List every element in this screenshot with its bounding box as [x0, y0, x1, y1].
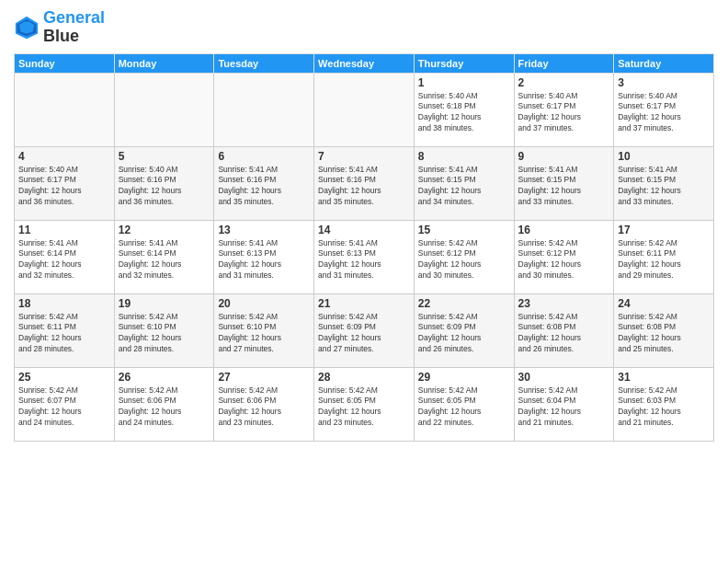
day-info: Sunrise: 5:42 AMSunset: 6:06 PMDaylight:…	[218, 385, 310, 430]
calendar-cell: 19Sunrise: 5:42 AMSunset: 6:10 PMDayligh…	[114, 293, 214, 367]
week-row-4: 18Sunrise: 5:42 AMSunset: 6:11 PMDayligh…	[15, 293, 714, 367]
day-number: 12	[119, 224, 210, 236]
day-info: Sunrise: 5:41 AMSunset: 6:15 PMDaylight:…	[618, 165, 710, 209]
calendar-cell: 29Sunrise: 5:42 AMSunset: 6:05 PMDayligh…	[414, 367, 514, 441]
day-number: 10	[618, 150, 710, 163]
weekday-header-sunday: Sunday	[15, 53, 115, 73]
day-info: Sunrise: 5:40 AMSunset: 6:17 PMDaylight:…	[18, 165, 110, 209]
calendar-cell: 26Sunrise: 5:42 AMSunset: 6:06 PMDayligh…	[114, 367, 214, 441]
calendar-cell: 11Sunrise: 5:41 AMSunset: 6:14 PMDayligh…	[15, 220, 115, 293]
weekday-header-saturday: Saturday	[614, 53, 714, 73]
calendar-cell: 13Sunrise: 5:41 AMSunset: 6:13 PMDayligh…	[214, 220, 314, 293]
day-info: Sunrise: 5:41 AMSunset: 6:13 PMDaylight:…	[218, 238, 310, 282]
day-number: 11	[18, 224, 110, 236]
calendar-cell: 24Sunrise: 5:42 AMSunset: 6:08 PMDayligh…	[614, 293, 714, 367]
day-number: 1	[418, 76, 510, 89]
day-number: 29	[418, 371, 510, 384]
day-info: Sunrise: 5:40 AMSunset: 6:16 PMDaylight:…	[119, 165, 210, 209]
day-info: Sunrise: 5:41 AMSunset: 6:16 PMDaylight:…	[218, 165, 310, 209]
weekday-header-friday: Friday	[514, 53, 614, 73]
day-info: Sunrise: 5:40 AMSunset: 6:17 PMDaylight:…	[518, 91, 610, 135]
calendar-cell: 17Sunrise: 5:42 AMSunset: 6:11 PMDayligh…	[614, 220, 714, 293]
day-info: Sunrise: 5:41 AMSunset: 6:14 PMDaylight:…	[119, 238, 210, 282]
header: General Blue	[14, 9, 714, 46]
day-info: Sunrise: 5:42 AMSunset: 6:10 PMDaylight:…	[218, 312, 310, 356]
day-info: Sunrise: 5:42 AMSunset: 6:12 PMDaylight:…	[418, 238, 510, 282]
day-info: Sunrise: 5:41 AMSunset: 6:16 PMDaylight:…	[318, 165, 410, 209]
day-number: 23	[518, 297, 610, 310]
weekday-header-wednesday: Wednesday	[314, 53, 415, 73]
day-info: Sunrise: 5:41 AMSunset: 6:15 PMDaylight:…	[518, 165, 610, 209]
calendar-cell: 27Sunrise: 5:42 AMSunset: 6:06 PMDayligh…	[214, 367, 314, 441]
day-number: 25	[18, 371, 110, 384]
day-number: 31	[618, 371, 710, 384]
page-container: General Blue SundayMondayTuesdayWednesda…	[0, 0, 728, 451]
calendar-cell: 28Sunrise: 5:42 AMSunset: 6:05 PMDayligh…	[314, 367, 415, 441]
day-info: Sunrise: 5:42 AMSunset: 6:10 PMDaylight:…	[119, 312, 210, 356]
day-number: 30	[518, 371, 610, 384]
logo-icon	[14, 15, 40, 40]
calendar-cell: 8Sunrise: 5:41 AMSunset: 6:15 PMDaylight…	[414, 146, 514, 220]
calendar-cell	[114, 73, 214, 146]
day-info: Sunrise: 5:42 AMSunset: 6:03 PMDaylight:…	[618, 385, 710, 430]
calendar-cell: 7Sunrise: 5:41 AMSunset: 6:16 PMDaylight…	[314, 146, 415, 220]
day-number: 27	[218, 371, 310, 384]
day-info: Sunrise: 5:42 AMSunset: 6:05 PMDaylight:…	[418, 385, 510, 430]
day-info: Sunrise: 5:41 AMSunset: 6:15 PMDaylight:…	[418, 165, 510, 209]
weekday-header-monday: Monday	[114, 53, 214, 73]
logo: General Blue	[14, 9, 105, 46]
calendar-cell: 14Sunrise: 5:41 AMSunset: 6:13 PMDayligh…	[314, 220, 415, 293]
calendar-cell: 22Sunrise: 5:42 AMSunset: 6:09 PMDayligh…	[414, 293, 514, 367]
day-number: 28	[318, 371, 410, 384]
day-number: 22	[418, 297, 510, 310]
day-info: Sunrise: 5:42 AMSunset: 6:08 PMDaylight:…	[518, 312, 610, 356]
day-info: Sunrise: 5:42 AMSunset: 6:07 PMDaylight:…	[18, 385, 110, 430]
day-info: Sunrise: 5:42 AMSunset: 6:11 PMDaylight:…	[618, 238, 710, 282]
calendar-cell: 23Sunrise: 5:42 AMSunset: 6:08 PMDayligh…	[514, 293, 614, 367]
calendar-cell	[314, 73, 415, 146]
day-info: Sunrise: 5:42 AMSunset: 6:06 PMDaylight:…	[119, 385, 210, 430]
weekday-header-thursday: Thursday	[414, 53, 514, 73]
day-number: 9	[518, 150, 610, 163]
logo-text: General Blue	[43, 9, 105, 46]
week-row-2: 4Sunrise: 5:40 AMSunset: 6:17 PMDaylight…	[15, 146, 714, 220]
calendar-cell: 1Sunrise: 5:40 AMSunset: 6:18 PMDaylight…	[414, 73, 514, 146]
calendar-cell: 30Sunrise: 5:42 AMSunset: 6:04 PMDayligh…	[514, 367, 614, 441]
day-number: 19	[119, 297, 210, 310]
day-number: 15	[418, 224, 510, 236]
day-info: Sunrise: 5:41 AMSunset: 6:14 PMDaylight:…	[18, 238, 110, 282]
calendar-cell: 25Sunrise: 5:42 AMSunset: 6:07 PMDayligh…	[15, 367, 115, 441]
day-info: Sunrise: 5:42 AMSunset: 6:04 PMDaylight:…	[518, 385, 610, 430]
day-number: 21	[318, 297, 410, 310]
calendar-cell: 3Sunrise: 5:40 AMSunset: 6:17 PMDaylight…	[614, 73, 714, 146]
week-row-1: 1Sunrise: 5:40 AMSunset: 6:18 PMDaylight…	[15, 73, 714, 146]
day-number: 20	[218, 297, 310, 310]
calendar-cell: 5Sunrise: 5:40 AMSunset: 6:16 PMDaylight…	[114, 146, 214, 220]
day-info: Sunrise: 5:42 AMSunset: 6:09 PMDaylight:…	[318, 312, 410, 356]
calendar-cell: 15Sunrise: 5:42 AMSunset: 6:12 PMDayligh…	[414, 220, 514, 293]
calendar-cell: 9Sunrise: 5:41 AMSunset: 6:15 PMDaylight…	[514, 146, 614, 220]
week-row-5: 25Sunrise: 5:42 AMSunset: 6:07 PMDayligh…	[15, 367, 714, 441]
week-row-3: 11Sunrise: 5:41 AMSunset: 6:14 PMDayligh…	[15, 220, 714, 293]
day-number: 7	[318, 150, 410, 163]
day-number: 16	[518, 224, 610, 236]
day-number: 18	[18, 297, 110, 310]
calendar-table: SundayMondayTuesdayWednesdayThursdayFrid…	[14, 53, 714, 442]
calendar-cell	[214, 73, 314, 146]
day-info: Sunrise: 5:40 AMSunset: 6:17 PMDaylight:…	[618, 91, 710, 135]
weekday-header-row: SundayMondayTuesdayWednesdayThursdayFrid…	[15, 53, 714, 73]
day-number: 26	[119, 371, 210, 384]
calendar-cell: 16Sunrise: 5:42 AMSunset: 6:12 PMDayligh…	[514, 220, 614, 293]
day-number: 5	[119, 150, 210, 163]
day-number: 14	[318, 224, 410, 236]
day-info: Sunrise: 5:42 AMSunset: 6:08 PMDaylight:…	[618, 312, 710, 356]
day-number: 2	[518, 76, 610, 89]
calendar-cell: 10Sunrise: 5:41 AMSunset: 6:15 PMDayligh…	[614, 146, 714, 220]
day-number: 6	[218, 150, 310, 163]
day-info: Sunrise: 5:42 AMSunset: 6:12 PMDaylight:…	[518, 238, 610, 282]
day-number: 13	[218, 224, 310, 236]
day-number: 3	[618, 76, 710, 89]
day-info: Sunrise: 5:41 AMSunset: 6:13 PMDaylight:…	[318, 238, 410, 282]
calendar-cell: 4Sunrise: 5:40 AMSunset: 6:17 PMDaylight…	[15, 146, 115, 220]
calendar-cell: 2Sunrise: 5:40 AMSunset: 6:17 PMDaylight…	[514, 73, 614, 146]
